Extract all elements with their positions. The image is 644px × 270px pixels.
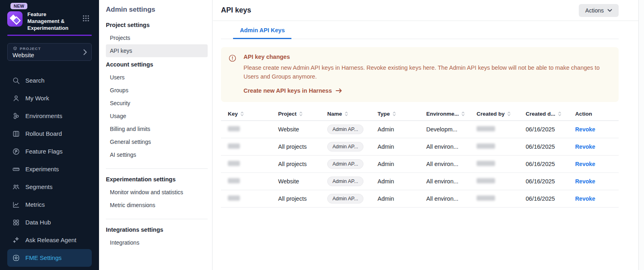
cell-name: Admin AP... — [327, 159, 378, 169]
revoke-link[interactable]: Revoke — [575, 195, 595, 202]
sort-icon — [558, 111, 561, 116]
app-launcher-grid-icon[interactable] — [83, 15, 89, 23]
revoke-link[interactable]: Revoke — [575, 143, 595, 150]
cell-created_by — [477, 195, 526, 202]
column-header-action: Action — [575, 111, 619, 117]
cell-type: Admin — [378, 178, 426, 185]
column-header-label: Created by — [477, 111, 505, 117]
column-header-key[interactable]: Key — [228, 111, 278, 117]
sparkles-icon — [12, 236, 20, 244]
settings-item-users[interactable]: Users — [106, 71, 208, 84]
sidebar-item-metrics[interactable]: Metrics — [7, 196, 92, 214]
table-row: All projectsAdmin AP...AdminAll environ.… — [221, 156, 619, 173]
sidebar-item-my-work[interactable]: My Work — [7, 89, 92, 107]
cell-type: Admin — [378, 126, 426, 133]
create-api-keys-link[interactable]: Create new API keys in Harness — [244, 87, 611, 94]
settings-section-heading: Project settings — [106, 22, 208, 28]
column-header-label: Environme... — [426, 111, 459, 117]
cell-created_date: 06/16/2025 — [526, 143, 575, 150]
table-row: WebsiteAdmin AP...AdminAll environ...06/… — [221, 173, 619, 190]
project-selector-value: Website — [12, 52, 87, 58]
sidebar-item-label: Segments — [25, 183, 53, 190]
cell-created_date: 06/16/2025 — [526, 161, 575, 167]
settings-divider — [106, 168, 208, 169]
chevron-down-icon — [607, 9, 612, 12]
column-header-label: Created d... — [526, 111, 555, 117]
admin-settings-title: Admin settings — [106, 6, 208, 14]
settings-item-integrations[interactable]: Integrations — [106, 236, 208, 249]
column-header-created_date[interactable]: Created d... — [526, 111, 575, 117]
sidebar-item-rollout-board[interactable]: Rollout Board — [7, 125, 92, 143]
cell-created_date: 06/16/2025 — [526, 195, 575, 202]
sidebar-item-fme-settings[interactable]: FME Settings — [7, 249, 92, 267]
settings-item-ai-settings[interactable]: AI settings — [106, 148, 208, 161]
column-header-label: Action — [575, 111, 592, 117]
api-key-name-badge: Admin AP... — [327, 159, 363, 169]
column-header-project[interactable]: Project — [278, 111, 327, 117]
sidebar-item-label: Experiments — [25, 166, 59, 172]
settings-item-metric-dimensions[interactable]: Metric dimensions — [106, 199, 208, 212]
tab-admin-api-keys[interactable]: Admin API Keys — [233, 21, 291, 39]
arrow-right-icon — [336, 88, 342, 93]
cell-action: Revoke — [575, 143, 619, 150]
sidebar-item-environments[interactable]: Environments — [7, 107, 92, 125]
sort-icon — [392, 111, 396, 116]
sidebar-item-label: Ask Release Agent — [25, 237, 76, 243]
column-header-name[interactable]: Name — [327, 111, 378, 117]
settings-item-monitor-window-and-statistics[interactable]: Monitor window and statistics — [106, 186, 208, 199]
cell-environment: All environ... — [426, 195, 477, 202]
split-icon — [12, 254, 20, 262]
actions-button[interactable]: Actions — [579, 4, 619, 17]
redacted-value — [228, 161, 240, 166]
cell-project: All projects — [278, 195, 327, 202]
project-selector-label: PROJECT — [20, 46, 41, 51]
cell-type: Admin — [378, 195, 426, 202]
settings-item-security[interactable]: Security — [106, 97, 208, 110]
revoke-link[interactable]: Revoke — [575, 178, 595, 185]
settings-item-projects[interactable]: Projects — [106, 31, 208, 44]
scrollbar-gutter[interactable] — [638, 0, 644, 270]
sort-icon — [345, 111, 348, 116]
admin-settings-panel: Admin settings Project settingsProjectsA… — [99, 0, 213, 270]
cell-name: Admin AP... — [327, 177, 378, 186]
sidebar-item-label: Environments — [25, 112, 62, 119]
column-header-type[interactable]: Type — [378, 111, 426, 117]
sidebar-item-segments[interactable]: Segments — [7, 178, 92, 196]
sort-icon — [461, 111, 465, 116]
hexagons-icon — [12, 112, 20, 120]
user-icon — [12, 94, 20, 102]
cell-environment: All environ... — [426, 178, 477, 185]
cell-created_by — [477, 178, 526, 185]
cell-key — [228, 161, 278, 167]
revoke-link[interactable]: Revoke — [575, 126, 595, 133]
redacted-value — [477, 143, 495, 149]
settings-sections: Project settingsProjectsAPI keysAccount … — [106, 22, 208, 249]
sidebar-item-label: Search — [25, 77, 45, 84]
sidebar-item-label: Rollout Board — [25, 130, 62, 137]
sidebar-item-ask-release-agent[interactable]: Ask Release Agent — [7, 231, 92, 249]
cell-environment: All environ... — [426, 161, 477, 167]
revoke-link[interactable]: Revoke — [575, 161, 595, 167]
cell-key — [228, 143, 278, 150]
sidebar-item-data-hub[interactable]: Data Hub — [7, 214, 92, 231]
table-row: All projectsAdmin AP...AdminAll environ.… — [221, 138, 619, 156]
column-header-created_by[interactable]: Created by — [477, 111, 526, 117]
sidebar-nav: SearchMy WorkEnvironmentsRollout BoardFe… — [0, 72, 99, 267]
cell-project: All projects — [278, 161, 327, 167]
settings-item-billing-and-limits[interactable]: Billing and limits — [106, 123, 208, 135]
settings-item-general-settings[interactable]: General settings — [106, 135, 208, 148]
sort-icon — [299, 111, 303, 116]
settings-item-groups[interactable]: Groups — [106, 84, 208, 97]
new-badge: NEW — [10, 3, 27, 9]
sidebar-item-search[interactable]: Search — [7, 72, 92, 89]
settings-item-api-keys[interactable]: API keys — [106, 44, 208, 57]
project-selector[interactable]: PROJECT Website — [7, 43, 92, 61]
sidebar-item-feature-flags[interactable]: Feature Flags — [7, 143, 92, 160]
redacted-value — [477, 126, 495, 131]
settings-item-usage[interactable]: Usage — [106, 110, 208, 123]
sidebar-item-experiments[interactable]: Experiments — [7, 160, 92, 178]
redacted-value — [228, 178, 240, 183]
callout-title: API key changes — [244, 54, 611, 60]
cell-key — [228, 195, 278, 202]
column-header-environment[interactable]: Environme... — [426, 111, 477, 117]
